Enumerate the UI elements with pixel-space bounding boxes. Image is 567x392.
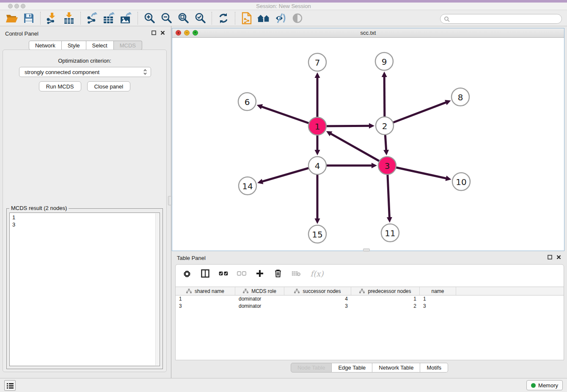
tab-style[interactable]: Style <box>62 41 86 50</box>
network-canvas[interactable]: 7968124314101511 <box>172 38 564 251</box>
mcds-panel: Optimization criterion: strongly connect… <box>3 50 167 372</box>
zoom-selected-region-icon[interactable] <box>193 11 207 25</box>
graph-node-10[interactable]: 10 <box>452 173 470 190</box>
search-input[interactable] <box>450 16 556 22</box>
show-graphics-details-icon[interactable] <box>290 11 305 25</box>
graph-node-3[interactable]: 3 <box>378 157 396 174</box>
refresh-view-icon[interactable] <box>216 11 231 25</box>
graph-node-1[interactable]: 1 <box>308 117 326 135</box>
titlebar-accent-strip <box>0 0 567 3</box>
select-all-icon[interactable] <box>219 269 228 278</box>
open-network-file-icon[interactable] <box>239 11 254 25</box>
cell-shared-name: 3 <box>176 303 235 310</box>
column-hierarchy-icon <box>186 289 192 293</box>
float-panel-icon[interactable] <box>548 255 552 259</box>
svg-text:7: 7 <box>315 58 320 68</box>
app-titlebar: Session: New Session <box>0 0 567 10</box>
run-mcds-button[interactable]: Run MCDS <box>39 81 81 91</box>
graph-edge-3-10[interactable] <box>387 166 451 181</box>
toolbar-separator <box>212 12 212 25</box>
toolbar-separator <box>235 12 235 25</box>
tab-mcds[interactable]: MCDS <box>114 41 142 50</box>
search-box[interactable] <box>440 14 562 24</box>
import-table-from-file-icon[interactable] <box>62 11 76 25</box>
graph-node-8[interactable]: 8 <box>451 88 469 106</box>
zoom-in-icon[interactable] <box>142 11 157 25</box>
zoom-out-icon[interactable] <box>159 11 173 25</box>
memory-button[interactable]: Memory <box>526 380 563 390</box>
tab-network-table[interactable]: Network Table <box>372 363 420 373</box>
export-image-icon[interactable] <box>119 11 133 25</box>
deselect-all-icon[interactable] <box>237 269 246 278</box>
svg-text:6: 6 <box>245 97 250 107</box>
svg-text:9: 9 <box>382 57 387 67</box>
svg-text:4: 4 <box>315 161 320 171</box>
graph-edge-1-6[interactable] <box>257 104 317 126</box>
graph-node-14[interactable]: 14 <box>239 177 256 195</box>
save-session-icon[interactable] <box>22 11 36 25</box>
table-panel: Table Panel <box>172 252 567 378</box>
home-icon[interactable] <box>256 11 271 25</box>
graph-node-2[interactable]: 2 <box>376 117 394 135</box>
graph-edge-4-14[interactable] <box>257 166 317 184</box>
close-panel-icon[interactable] <box>556 255 561 259</box>
export-network-icon[interactable] <box>85 11 99 25</box>
network-window-titlebar[interactable]: x – + scc.txt <box>172 28 564 38</box>
tab-network[interactable]: Network <box>29 41 62 50</box>
horizontal-splitter-grip[interactable] <box>363 248 370 251</box>
task-history-button[interactable] <box>4 380 16 391</box>
column-header-predecessor-nodes[interactable]: predecessor nodes <box>351 287 420 295</box>
tab-motifs[interactable]: Motifs <box>420 363 448 373</box>
memory-label: Memory <box>538 382 558 389</box>
add-column-icon[interactable] <box>255 269 264 278</box>
column-header-mcds-role[interactable]: MCDS role <box>235 287 284 295</box>
graph-node-4[interactable]: 4 <box>308 157 326 174</box>
graph-edge-2-8[interactable] <box>385 100 451 126</box>
table-row[interactable]: 3 dominator 3 2 3 <box>176 303 564 310</box>
tab-node-table[interactable]: Node Table <box>291 363 332 373</box>
cell-predecessor-nodes: 1 <box>351 295 420 303</box>
memory-status-icon <box>531 383 536 388</box>
delete-column-icon[interactable] <box>273 269 283 278</box>
zoom-fit-content-icon[interactable] <box>176 11 190 25</box>
mcds-result-line: 1 <box>12 214 157 221</box>
graph-node-6[interactable]: 6 <box>238 93 256 110</box>
graph-node-9[interactable]: 9 <box>375 52 393 70</box>
table-row[interactable]: 1 dominator 4 1 1 <box>176 295 564 303</box>
import-network-from-file-icon[interactable] <box>45 11 59 25</box>
graph-edge-3-1[interactable] <box>326 131 387 166</box>
export-table-icon[interactable] <box>102 11 116 25</box>
criterion-dropdown-value: strongly connected component <box>25 69 99 75</box>
column-header-name[interactable]: name <box>420 287 456 295</box>
vertical-splitter-grip[interactable] <box>168 196 172 205</box>
tab-select[interactable]: Select <box>86 41 114 50</box>
node-table: shared name MCDS role successor nodes pr… <box>176 287 564 360</box>
toolbar-separator <box>138 12 138 25</box>
criterion-dropdown[interactable]: strongly connected component <box>19 67 151 77</box>
table-settings-icon[interactable] <box>182 269 192 278</box>
show-column-panel-icon[interactable] <box>201 269 210 278</box>
control-panel-tabs: Network Style Select MCDS <box>0 41 171 50</box>
tab-edge-table[interactable]: Edge Table <box>332 363 372 373</box>
close-panel-icon[interactable] <box>160 30 165 35</box>
close-panel-button[interactable]: Close panel <box>87 81 131 91</box>
float-panel-icon[interactable] <box>151 30 156 35</box>
graph-node-7[interactable]: 7 <box>308 53 326 71</box>
result-scrollbar[interactable] <box>155 213 159 365</box>
cell-successor-nodes: 3 <box>284 303 351 310</box>
column-header-shared-name[interactable]: shared name <box>176 287 235 295</box>
mcds-result-list[interactable]: 1 3 <box>9 213 160 366</box>
delete-table-icon[interactable] <box>292 269 301 278</box>
svg-text:11: 11 <box>385 228 395 238</box>
cell-mcds-role: dominator <box>235 303 284 310</box>
search-icon <box>444 16 450 22</box>
hide-graphics-details-icon[interactable] <box>273 11 288 25</box>
column-hierarchy-icon <box>294 289 300 293</box>
open-session-icon[interactable] <box>5 11 19 25</box>
column-hierarchy-icon <box>243 289 248 293</box>
graph-node-15[interactable]: 15 <box>308 225 326 243</box>
table-panel-title: Table Panel <box>177 255 206 261</box>
column-header-successor-nodes[interactable]: successor nodes <box>284 287 351 295</box>
cell-name: 3 <box>420 303 456 310</box>
graph-node-11[interactable]: 11 <box>381 224 399 242</box>
